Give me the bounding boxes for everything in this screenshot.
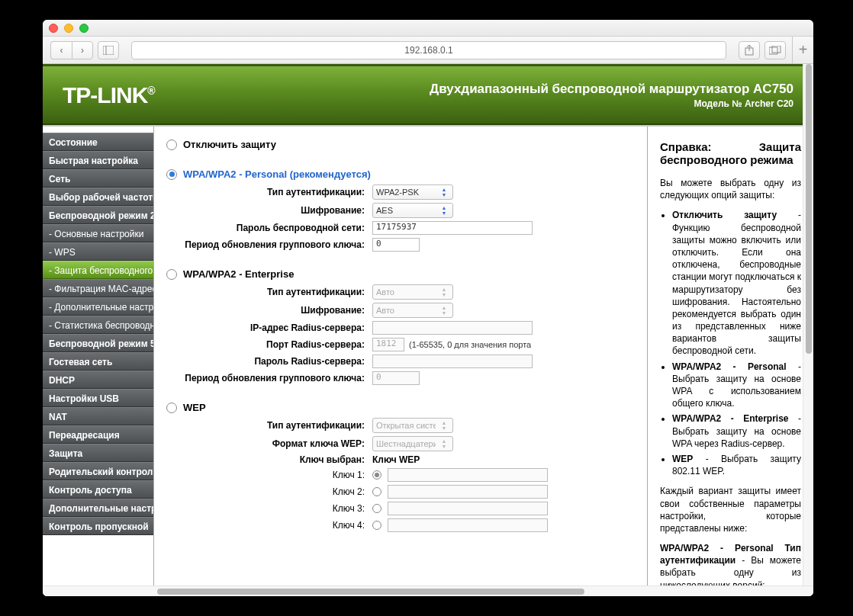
router-header: TP-LINK® Двухдиапазонный беспроводной ма…	[43, 64, 813, 125]
nav-wireless5[interactable]: Беспроводной режим 5 ГГц	[43, 334, 153, 352]
nav-parental[interactable]: Родительский контроль	[43, 462, 153, 480]
nav-network[interactable]: Сеть	[43, 169, 153, 188]
sidebar-toggle-button[interactable]	[98, 41, 119, 59]
brand-logo: TP-LINK®	[63, 82, 155, 108]
encryption-select[interactable]: AES ▲▼	[372, 203, 453, 218]
wpa-enterprise-label: WPA/WPA2 - Enterprise	[183, 268, 294, 280]
wep-key3-label: Ключ 3:	[166, 503, 372, 514]
ent-auth-label: Тип аутентификации:	[166, 287, 372, 297]
nav-basic[interactable]: - Основные настройки	[43, 224, 153, 242]
group-key-label: Период обновления группового ключа:	[166, 239, 372, 250]
wep-key2-input[interactable]	[388, 485, 548, 499]
wep-auth-select[interactable]: Открытая система ▲▼	[372, 418, 453, 433]
ent-gk-label: Период обновления группового ключа:	[166, 373, 372, 383]
wep-key1-label: Ключ 1:	[166, 470, 372, 480]
radius-ip-label: IP-адрес Radius-сервера:	[166, 322, 372, 333]
wep-key-selected-value: Ключ WEP	[372, 454, 420, 465]
help-bullet-personal: WPA/WPA2 - Personal - Выбрать защиту на …	[672, 361, 801, 410]
auth-type-label: Тип аутентификации:	[166, 187, 372, 197]
wep-key2-label: Ключ 2:	[166, 486, 372, 497]
nav-forwarding[interactable]: Переадресация	[43, 425, 153, 444]
radius-pw-input[interactable]	[372, 355, 533, 368]
close-window-button[interactable]	[49, 24, 58, 33]
nav-freq[interactable]: Выбор рабочей частоты	[43, 188, 153, 206]
help-panel: Справка: Защита беспроводного режима Вы …	[647, 127, 813, 596]
svg-rect-0	[103, 46, 114, 55]
nav-access[interactable]: Контроль доступа	[43, 480, 153, 499]
radius-pw-label: Пароль Radius-сервера:	[166, 356, 372, 367]
wep-key4-radio[interactable]	[372, 521, 381, 530]
radio-disable-security[interactable]	[166, 140, 177, 150]
nav-wireless24[interactable]: Беспроводной режим 2,4 ГГц	[43, 206, 153, 224]
help-bullet-wep: WEP - Выбрать защиту 802.11 WEP.	[672, 453, 801, 477]
new-tab-button[interactable]: +	[792, 37, 813, 64]
tabs-button[interactable]	[764, 41, 786, 59]
help-title: Справка: Защита беспроводного режима	[660, 140, 801, 166]
share-icon	[745, 45, 754, 56]
help-para3: WPA/WPA2 - Personal Тип аутентификации -…	[660, 542, 801, 592]
wep-key3-radio[interactable]	[372, 504, 381, 513]
radius-ip-input[interactable]	[372, 321, 533, 335]
nav-advanced[interactable]: - Дополнительные настройки	[43, 297, 153, 316]
nav-bandwidth[interactable]: Контроль пропускной	[43, 517, 153, 535]
wep-format-label: Формат ключа WEP:	[166, 438, 372, 449]
browser-toolbar: ‹ › 192.168.0.1	[43, 37, 813, 64]
wifi-password-label: Пароль беспроводной сети:	[166, 223, 372, 233]
ent-gk-input[interactable]: 0	[372, 371, 420, 385]
svg-rect-4	[769, 47, 777, 54]
wep-key3-input[interactable]	[388, 502, 548, 515]
help-bullet-enterprise: WPA/WPA2 - Enterprise - Выбрать защиту н…	[672, 412, 801, 450]
help-para2: Каждый вариант защиты имеет свои собстве…	[660, 485, 801, 534]
radio-wpa-personal[interactable]	[166, 169, 177, 180]
back-button[interactable]: ‹	[50, 41, 72, 59]
wep-key4-label: Ключ 4:	[166, 520, 372, 531]
nav-extra[interactable]: Дополнительные настройки	[43, 499, 153, 517]
nav-macfilter[interactable]: - Фильтрация MAC-адресов	[43, 279, 153, 297]
ent-auth-select[interactable]: Авто ▲▼	[372, 284, 453, 300]
horizontal-scrollbar[interactable]	[43, 586, 813, 596]
radius-port-input[interactable]: 1812	[372, 338, 404, 351]
nav-security[interactable]: - Защита беспроводного	[43, 261, 153, 279]
wpa-personal-label: WPA/WPA2 - Personal (рекомендуется)	[183, 168, 371, 180]
wep-key-selected-label: Ключ выбран:	[166, 454, 372, 465]
auth-type-select[interactable]: WPA2-PSK ▲▼	[372, 184, 453, 200]
ent-enc-select[interactable]: Авто ▲▼	[372, 303, 453, 318]
header-title: Двухдиапазонный беспроводной маршрутизат…	[430, 82, 793, 97]
wifi-password-input[interactable]: 17175937	[372, 221, 533, 235]
forward-button[interactable]: ›	[72, 41, 93, 59]
wep-auth-label: Тип аутентификации:	[166, 420, 372, 431]
radio-wpa-enterprise[interactable]	[166, 269, 177, 280]
wep-key4-input[interactable]	[388, 518, 548, 532]
share-button[interactable]	[739, 41, 760, 59]
encryption-label: Шифрование:	[166, 205, 372, 216]
svg-rect-5	[772, 46, 781, 53]
wep-label: WEP	[183, 402, 206, 413]
nav-usb[interactable]: Настройки USB	[43, 389, 153, 407]
wep-format-select[interactable]: Шестнадцатеричный ▲▼	[372, 436, 453, 451]
tabs-icon	[769, 46, 781, 55]
minimize-window-button[interactable]	[64, 24, 73, 33]
nav-stats[interactable]: - Статистика беспроводного	[43, 316, 153, 334]
help-bullet-disable: Отключить защиту - Функцию беспроводной …	[672, 209, 801, 357]
url-input[interactable]: 192.168.0.1	[131, 41, 726, 59]
nav-nat[interactable]: NAT	[43, 407, 153, 425]
nav-guest[interactable]: Гостевая сеть	[43, 352, 153, 371]
nav-protection[interactable]: Защита	[43, 444, 153, 462]
wep-key1-radio[interactable]	[372, 470, 381, 480]
window-titlebar	[43, 20, 813, 37]
ent-enc-label: Шифрование:	[166, 305, 372, 316]
nav-wps[interactable]: - WPS	[43, 242, 153, 261]
maximize-window-button[interactable]	[79, 24, 89, 33]
main-content: Отключить защиту WPA/WPA2 - Personal (ре…	[154, 127, 647, 596]
nav-status[interactable]: Состояние	[43, 133, 153, 151]
wep-key1-input[interactable]	[388, 468, 548, 482]
sidebar-icon	[103, 46, 114, 55]
vertical-scrollbar[interactable]	[803, 64, 813, 586]
nav-quick-setup[interactable]: Быстрая настройка	[43, 151, 153, 169]
nav-dhcp[interactable]: DHCP	[43, 371, 153, 389]
help-intro: Вы можете выбрать одну из следующих опци…	[660, 177, 801, 201]
wep-key2-radio[interactable]	[372, 487, 381, 496]
disable-security-label: Отключить защиту	[183, 139, 276, 150]
group-key-input[interactable]: 0	[372, 238, 420, 252]
radio-wep[interactable]	[166, 403, 177, 413]
